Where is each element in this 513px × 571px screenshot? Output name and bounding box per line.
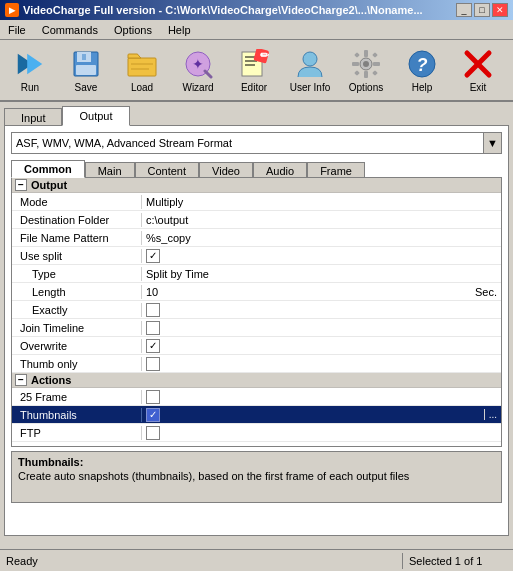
thumbonly-checkbox[interactable]: [146, 357, 160, 371]
prop-filenamepattern-label: File Name Pattern: [12, 231, 142, 245]
prop-usesplit-value: [142, 248, 501, 264]
main-area: Input Output ASF, WMV, WMA, Advanced Str…: [0, 102, 513, 569]
format-dropdown[interactable]: ASF, WMV, WMA, Advanced Stream Format ▼: [11, 132, 502, 154]
content-panel: ASF, WMV, WMA, Advanced Stream Format ▼ …: [4, 125, 509, 536]
svg-rect-26: [372, 52, 378, 58]
exit-label: Exit: [470, 82, 487, 93]
prop-mode-value: Multiply: [142, 195, 501, 209]
prop-length: Length 10 Sec.: [12, 283, 501, 301]
svg-rect-21: [364, 50, 368, 57]
svg-point-18: [303, 52, 317, 66]
wizard-button[interactable]: ✦ Wizard: [172, 44, 224, 96]
prop-exactly-label: Exactly: [12, 303, 142, 317]
prop-destfolder-value: c:\output: [142, 213, 501, 227]
prop-filenamepattern: File Name Pattern %s_copy: [12, 229, 501, 247]
statusbar: Ready Selected 1 of 1: [0, 549, 513, 571]
prop-overwrite: Overwrite: [12, 337, 501, 355]
wizard-icon: ✦: [182, 48, 214, 80]
prop-thumbonly: Thumb only: [12, 355, 501, 373]
prop-length-suffix: Sec.: [471, 285, 501, 299]
help-button[interactable]: ? Help: [396, 44, 448, 96]
ftp-checkbox[interactable]: [146, 426, 160, 440]
prop-jointimeline-value: [142, 320, 501, 336]
prop-exactly-value: [142, 302, 501, 318]
spacer: [12, 442, 501, 446]
prop-type: Type Split by Time: [12, 265, 501, 283]
output-section-label: Output: [31, 179, 67, 191]
prop-mode: Mode Multiply: [12, 193, 501, 211]
tab-common[interactable]: Common: [11, 160, 85, 178]
app-icon: ▶: [5, 3, 19, 17]
description-area: Thumbnails: Create auto snapshots (thumb…: [11, 451, 502, 503]
sub-tabs: Common Main Content Video Audio Frame: [11, 160, 502, 178]
actions-toggle[interactable]: −: [15, 374, 27, 386]
thumbnails-checkbox[interactable]: [146, 408, 160, 422]
prop-thumbonly-label: Thumb only: [12, 357, 142, 371]
run-label: Run: [21, 82, 39, 93]
close-button[interactable]: ✕: [492, 3, 508, 17]
jointimeline-checkbox[interactable]: [146, 321, 160, 335]
svg-text:?: ?: [417, 55, 428, 75]
run-button[interactable]: Run: [4, 44, 56, 96]
minimize-button[interactable]: _: [456, 3, 472, 17]
editor-button[interactable]: ✏ Editor: [228, 44, 280, 96]
25frame-checkbox[interactable]: [146, 390, 160, 404]
save-button[interactable]: Save: [60, 44, 112, 96]
svg-rect-23: [352, 62, 359, 66]
overwrite-checkbox[interactable]: [146, 339, 160, 353]
userinfo-icon: [294, 48, 326, 80]
svg-rect-6: [128, 58, 156, 76]
prop-thumbnails[interactable]: Thumbnails ...: [12, 406, 501, 424]
description-title: Thumbnails:: [18, 456, 495, 468]
output-toggle[interactable]: −: [15, 179, 27, 191]
exactly-checkbox[interactable]: [146, 303, 160, 317]
prop-type-label: Type: [12, 267, 142, 281]
statusbar-status: Ready: [0, 553, 403, 569]
prop-thumbnails-value: [142, 407, 484, 423]
exit-icon: [462, 48, 494, 80]
maximize-button[interactable]: □: [474, 3, 490, 17]
svg-point-20: [363, 61, 369, 67]
editor-label: Editor: [241, 82, 267, 93]
svg-rect-27: [354, 70, 360, 76]
wizard-label: Wizard: [182, 82, 213, 93]
prop-thumbonly-value: [142, 356, 501, 372]
thumbnails-ellipsis[interactable]: ...: [484, 409, 501, 420]
prop-25frame: 25 Frame: [12, 388, 501, 406]
svg-text:✏: ✏: [260, 49, 269, 61]
top-tabs: Input Output: [4, 106, 509, 126]
svg-rect-7: [131, 63, 153, 65]
prop-usesplit-label: Use split: [12, 249, 142, 263]
load-label: Load: [131, 82, 153, 93]
menu-commands[interactable]: Commands: [38, 23, 102, 37]
format-dropdown-value: ASF, WMV, WMA, Advanced Stream Format: [12, 135, 483, 151]
prop-length-label: Length: [12, 285, 142, 299]
actions-section-header: − Actions: [12, 373, 501, 388]
svg-rect-4: [82, 54, 86, 60]
titlebar-title: VideoCharge Full version - C:\Work\Video…: [23, 4, 423, 16]
exit-button[interactable]: Exit: [452, 44, 504, 96]
run-icon: [14, 48, 46, 80]
save-icon: [70, 48, 102, 80]
svg-rect-8: [131, 68, 149, 70]
format-dropdown-btn[interactable]: ▼: [483, 133, 501, 153]
userinfo-button[interactable]: User Info: [284, 44, 336, 96]
menu-help[interactable]: Help: [164, 23, 195, 37]
menu-file[interactable]: File: [4, 23, 30, 37]
toolbar: Run Save: [0, 40, 513, 102]
svg-rect-24: [373, 62, 380, 66]
options-button[interactable]: Options: [340, 44, 392, 96]
load-button[interactable]: Load: [116, 44, 168, 96]
prop-jointimeline-label: Join Timeline: [12, 321, 142, 335]
prop-destfolder: Destination Folder c:\output: [12, 211, 501, 229]
tab-output[interactable]: Output: [62, 106, 129, 126]
prop-type-value: Split by Time: [142, 267, 501, 281]
statusbar-selection: Selected 1 of 1: [403, 553, 513, 569]
load-icon: [126, 48, 158, 80]
svg-rect-28: [372, 70, 378, 76]
usesplit-checkbox[interactable]: [146, 249, 160, 263]
menu-options[interactable]: Options: [110, 23, 156, 37]
prop-ftp-value: [142, 425, 501, 441]
titlebar: ▶ VideoCharge Full version - C:\Work\Vid…: [0, 0, 513, 20]
svg-line-11: [205, 71, 211, 77]
